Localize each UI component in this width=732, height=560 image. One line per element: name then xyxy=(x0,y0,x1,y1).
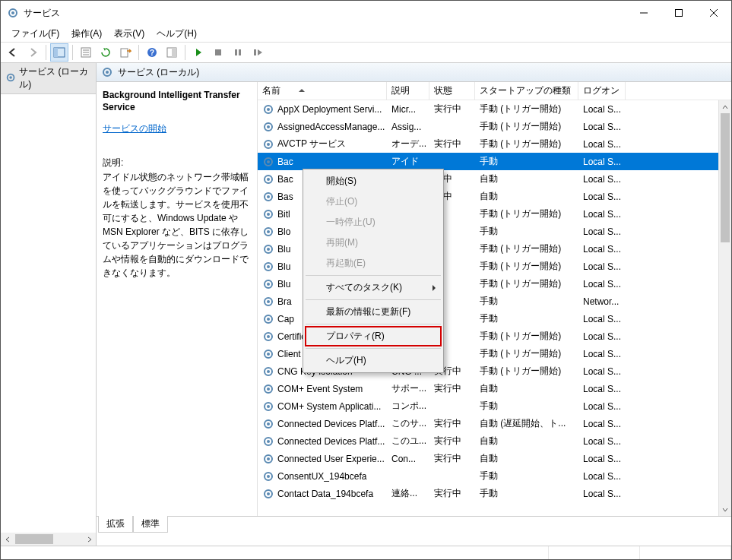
svg-rect-16 xyxy=(172,48,176,57)
nav-back-button[interactable] xyxy=(4,43,22,62)
scroll-down-button[interactable] xyxy=(719,503,731,516)
service-start-button[interactable] xyxy=(189,43,208,62)
service-logon: Local S... xyxy=(578,314,626,324)
tab-extended[interactable]: 拡張 xyxy=(98,516,133,533)
close-button[interactable] xyxy=(696,1,731,25)
service-logon: Local S... xyxy=(578,419,626,429)
tree-h-scrollbar[interactable] xyxy=(1,533,97,546)
nav-forward-button[interactable] xyxy=(24,43,42,62)
svg-point-28 xyxy=(267,125,270,128)
scroll-thumb[interactable] xyxy=(721,113,730,242)
ctx-restart[interactable]: 再起動(E) xyxy=(305,253,442,274)
service-restart-button[interactable] xyxy=(249,43,267,62)
service-row[interactable]: Contact Data_194bcefa連絡...実行中手動Local S..… xyxy=(258,485,731,502)
service-desc: このサ... xyxy=(387,417,429,430)
menu-view[interactable]: 表示(V) xyxy=(108,26,151,42)
svg-point-68 xyxy=(267,475,270,478)
toolbar-sep xyxy=(46,45,46,60)
service-row[interactable]: Connected Devices Platf...このサ...実行中自動 (遅… xyxy=(258,415,731,432)
service-logon: Local S... xyxy=(578,104,626,115)
ctx-resume[interactable]: 再開(M) xyxy=(305,233,442,253)
ctx-pause[interactable]: 一時停止(U) xyxy=(305,212,442,233)
vertical-scrollbar[interactable] xyxy=(718,100,731,516)
show-hide-tree-button[interactable] xyxy=(50,43,68,62)
service-status: 実行中 xyxy=(429,452,475,465)
service-row[interactable]: Connected User Experie...Con...実行中自動Loca… xyxy=(258,450,731,467)
service-row[interactable]: ConsentUX_194bcefa手動Local S... xyxy=(258,467,731,485)
menu-file[interactable]: ファイル(F) xyxy=(5,26,65,42)
col-desc[interactable]: 説明 xyxy=(387,82,429,100)
service-logon: Local S... xyxy=(578,209,626,220)
service-row[interactable]: Connected Devices Platf...このユ...実行中自動Loc… xyxy=(258,432,731,450)
service-name: Bas xyxy=(277,191,293,202)
ctx-sep xyxy=(306,324,441,324)
ctx-properties[interactable]: プロパティ(R) xyxy=(305,326,442,346)
start-service-link[interactable]: サービスの開始 xyxy=(103,123,166,134)
col-startup[interactable]: スタートアップの種類 xyxy=(475,82,578,100)
service-row[interactable]: Bacアイド手動Local S... xyxy=(258,153,731,170)
service-row[interactable]: COM+ System Applicati...コンポ...手動Local S.… xyxy=(258,397,731,415)
list-header: サービス (ローカル) xyxy=(97,63,731,82)
service-startup: 手動 xyxy=(475,487,578,500)
refresh-button[interactable] xyxy=(97,43,115,62)
svg-point-44 xyxy=(267,265,270,268)
statusbar xyxy=(1,546,731,560)
hscroll-thumb[interactable] xyxy=(15,534,53,544)
svg-rect-19 xyxy=(239,49,241,55)
scroll-up-button[interactable] xyxy=(719,100,731,113)
ctx-sep xyxy=(306,348,441,349)
service-stop-button[interactable] xyxy=(209,43,227,62)
svg-point-58 xyxy=(267,388,270,391)
tab-standard[interactable]: 標準 xyxy=(133,516,168,533)
service-name: AppX Deployment Servi... xyxy=(277,104,382,115)
service-desc: コンポ... xyxy=(387,400,429,413)
hscroll-left-button[interactable] xyxy=(1,533,14,546)
service-desc: このユ... xyxy=(387,435,429,448)
minimize-button[interactable] xyxy=(626,1,661,25)
ctx-refresh[interactable]: 最新の情報に更新(F) xyxy=(305,302,442,322)
service-name: Blu xyxy=(277,279,290,289)
help-button[interactable]: ? xyxy=(143,43,161,62)
menu-help[interactable]: ヘルプ(H) xyxy=(151,26,203,42)
service-logon: Local S... xyxy=(578,261,626,272)
service-logon: Local S... xyxy=(578,244,626,255)
col-logon[interactable]: ログオン xyxy=(578,82,626,100)
service-row[interactable]: COM+ Event Systemサポー...実行中自動Local S... xyxy=(258,380,731,397)
gear-icon xyxy=(262,418,274,430)
service-logon: Local S... xyxy=(578,436,626,447)
gear-icon xyxy=(262,226,274,238)
service-logon: Local S... xyxy=(578,191,626,202)
export-button[interactable] xyxy=(116,43,135,62)
service-name: Bitl xyxy=(277,209,290,220)
ctx-all-tasks[interactable]: すべてのタスク(K) xyxy=(305,277,442,298)
service-row[interactable]: AppX Deployment Servi...Micr...実行中手動 (トリ… xyxy=(258,100,731,118)
service-name: Bra xyxy=(277,296,292,307)
svg-rect-3 xyxy=(676,10,683,17)
menu-action[interactable]: 操作(A) xyxy=(65,26,108,42)
properties-button[interactable] xyxy=(77,43,95,62)
service-logon: Local S... xyxy=(578,279,626,289)
service-row[interactable]: AssignedAccessManage...Assig...手動 (トリガー開… xyxy=(258,118,731,135)
svg-point-22 xyxy=(9,76,12,79)
service-startup: 手動 (トリガー開始) xyxy=(475,103,578,115)
gear-icon xyxy=(262,365,274,378)
tree-root-services[interactable]: サービス (ローカル) xyxy=(1,63,96,94)
col-name[interactable]: 名前 xyxy=(258,82,387,100)
service-row[interactable]: AVCTP サービスオーデ...実行中手動 (トリガー開始)Local S... xyxy=(258,135,731,153)
ctx-stop[interactable]: 停止(O) xyxy=(305,191,442,212)
svg-point-36 xyxy=(267,195,270,198)
col-status[interactable]: 状態 xyxy=(429,82,475,100)
action-pane-button[interactable] xyxy=(163,43,181,62)
service-pause-button[interactable] xyxy=(229,43,247,62)
service-desc: Con... xyxy=(387,454,429,464)
service-logon: Local S... xyxy=(578,366,626,377)
service-status: 実行中 xyxy=(429,435,475,448)
ctx-start[interactable]: 開始(S) xyxy=(305,171,442,191)
view-tabs: 拡張 標準 xyxy=(97,516,731,533)
chevron-right-icon xyxy=(433,285,436,291)
hscroll-right-button[interactable] xyxy=(83,533,96,546)
ctx-help[interactable]: ヘルプ(H) xyxy=(305,350,442,371)
svg-point-66 xyxy=(267,457,270,460)
maximize-button[interactable] xyxy=(661,1,696,25)
service-status: 実行中 xyxy=(429,382,475,395)
